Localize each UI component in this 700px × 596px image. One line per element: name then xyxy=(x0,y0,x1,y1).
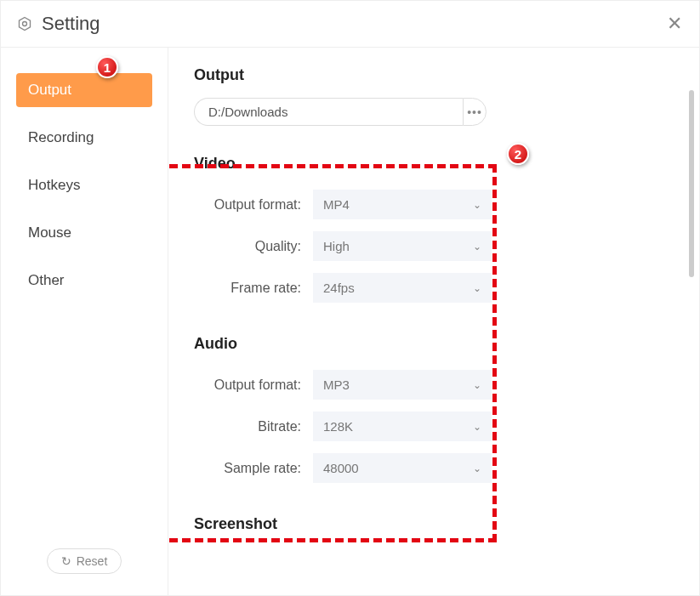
audio-output-format-select[interactable]: MP3 ⌄ xyxy=(313,370,492,400)
scrollbar[interactable] xyxy=(689,90,694,277)
reset-label: Reset xyxy=(77,554,108,568)
chevron-down-icon: ⌄ xyxy=(473,241,481,253)
settings-icon xyxy=(16,15,33,32)
titlebar: Setting ✕ xyxy=(1,1,699,48)
content-pane: Output D:/Downloads ••• Video Output for… xyxy=(168,48,699,596)
audio-sample-rate-label: Sample rate: xyxy=(194,461,313,476)
audio-sample-rate-value: 48000 xyxy=(323,461,359,475)
window-title: Setting xyxy=(42,13,100,35)
audio-bitrate-row: Bitrate: 128K ⌄ xyxy=(194,412,674,441)
reset-button[interactable]: ↻ Reset xyxy=(47,548,122,574)
video-frame-rate-select[interactable]: 24fps ⌄ xyxy=(313,273,492,303)
chevron-down-icon: ⌄ xyxy=(473,463,481,474)
settings-window: Setting ✕ Output Recording Hotkeys Mouse… xyxy=(0,0,700,596)
chevron-down-icon: ⌄ xyxy=(473,282,481,294)
screenshot-heading: Screenshot xyxy=(194,515,674,533)
chevron-down-icon: ⌄ xyxy=(473,199,481,211)
audio-group: Audio Output format: MP3 ⌄ Bitrate: 128K… xyxy=(194,335,674,483)
sidebar: Output Recording Hotkeys Mouse Other ↻ R… xyxy=(1,48,168,596)
video-output-format-select[interactable]: MP4 ⌄ xyxy=(313,190,492,219)
video-frame-rate-row: Frame rate: 24fps ⌄ xyxy=(194,273,674,303)
sidebar-item-output[interactable]: Output xyxy=(16,73,152,107)
sidebar-item-hotkeys[interactable]: Hotkeys xyxy=(16,168,152,202)
video-heading: Video xyxy=(194,155,674,173)
sidebar-items: Output Recording Hotkeys Mouse Other xyxy=(16,73,152,548)
video-output-format-value: MP4 xyxy=(323,197,350,212)
output-heading: Output xyxy=(194,66,674,84)
video-output-format-row: Output format: MP4 ⌄ xyxy=(194,190,674,219)
video-output-format-label: Output format: xyxy=(194,197,313,213)
video-frame-rate-label: Frame rate: xyxy=(194,281,313,296)
output-path-input[interactable]: D:/Downloads xyxy=(194,98,463,126)
sidebar-item-other[interactable]: Other xyxy=(16,264,152,298)
audio-bitrate-label: Bitrate: xyxy=(194,419,313,434)
browse-button[interactable]: ••• xyxy=(463,98,487,126)
video-quality-value: High xyxy=(323,239,350,253)
video-quality-label: Quality: xyxy=(194,239,313,254)
body: Output Recording Hotkeys Mouse Other ↻ R… xyxy=(1,48,699,596)
ellipsis-icon: ••• xyxy=(467,105,482,119)
video-quality-row: Quality: High ⌄ xyxy=(194,231,674,261)
annotation-badge-1: 1 xyxy=(96,56,118,78)
audio-output-format-label: Output format: xyxy=(194,377,313,393)
video-quality-select[interactable]: High ⌄ xyxy=(313,231,492,261)
annotation-badge-2: 2 xyxy=(507,143,529,165)
output-path-row: D:/Downloads ••• xyxy=(194,98,674,126)
audio-bitrate-select[interactable]: 128K ⌄ xyxy=(313,412,492,441)
audio-output-format-value: MP3 xyxy=(323,377,350,392)
sidebar-item-mouse[interactable]: Mouse xyxy=(16,216,152,250)
sidebar-item-recording[interactable]: Recording xyxy=(16,121,152,155)
video-group: Video Output format: MP4 ⌄ Quality: High… xyxy=(194,155,674,303)
title-left: Setting xyxy=(16,13,100,35)
chevron-down-icon: ⌄ xyxy=(473,421,481,433)
chevron-down-icon: ⌄ xyxy=(473,379,481,391)
svg-point-0 xyxy=(23,22,27,26)
reset-icon: ↻ xyxy=(61,554,71,568)
audio-bitrate-value: 128K xyxy=(323,419,353,434)
audio-sample-rate-select[interactable]: 48000 ⌄ xyxy=(313,453,492,483)
close-icon[interactable]: ✕ xyxy=(667,13,682,35)
audio-sample-rate-row: Sample rate: 48000 ⌄ xyxy=(194,453,674,483)
audio-heading: Audio xyxy=(194,335,674,353)
video-frame-rate-value: 24fps xyxy=(323,281,355,295)
audio-output-format-row: Output format: MP3 ⌄ xyxy=(194,370,674,400)
